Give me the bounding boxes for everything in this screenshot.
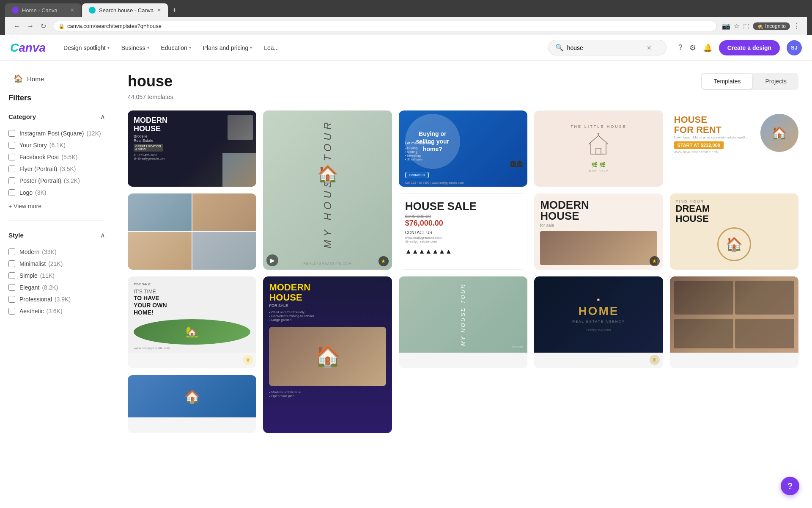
- filter-aesthetic-checkbox[interactable]: [8, 308, 15, 315]
- filter-instagram-post-label: Instagram Post (Square) (12K): [19, 130, 101, 137]
- incognito-badge: 🕵 Incognito: [753, 22, 790, 30]
- url-bar[interactable]: 🔒 canva.com/search/templates?q=house: [53, 21, 717, 31]
- template-card-modern-house[interactable]: MODERNHOUSE BrocelleReal Estate GREAT LO…: [128, 110, 256, 187]
- line1: IT'S TIME: [134, 289, 250, 295]
- view-more-button[interactable]: + View more: [8, 200, 105, 212]
- search-icon: 🔍: [555, 44, 564, 52]
- extension-icon[interactable]: ⬚: [743, 22, 749, 30]
- template-card-dream-house[interactable]: FIND YOUR DREAMHOUSE 🏠: [670, 193, 798, 270]
- template-card-collage[interactable]: [128, 193, 256, 270]
- filter-poster-portrait[interactable]: Poster (Portrait) (3.2K): [8, 175, 105, 187]
- template-grid: MODERNHOUSE BrocelleReal Estate GREAT LO…: [128, 110, 798, 433]
- filter-professional-checkbox[interactable]: [8, 296, 15, 303]
- incognito-label: Incognito: [765, 23, 786, 29]
- filter-your-story-checkbox[interactable]: [8, 142, 15, 149]
- template-card-interior-modern[interactable]: [670, 276, 798, 368]
- template-card-little-house[interactable]: THE LITTLE HOUSE 🌿 🌿 EST. 1947: [534, 110, 663, 187]
- premium-badge: ♛: [650, 355, 660, 365]
- website: realtygroup.com: [587, 328, 611, 331]
- search-clear-icon[interactable]: ✕: [647, 44, 652, 51]
- template-card-house-for-rent[interactable]: HOUSEFOR RENT Lorem ipsum dolor sit amet…: [670, 110, 798, 187]
- style-toggle-icon[interactable]: ∧: [100, 231, 105, 239]
- filter-facebook-post-checkbox[interactable]: [8, 154, 15, 160]
- nav-learn-label: Lea...: [264, 44, 279, 51]
- sidebar: 🏠 Home Filters Category ∧ Instagram Post…: [0, 61, 114, 508]
- nav-education[interactable]: Education ▾: [156, 41, 196, 55]
- card-image-2: [222, 153, 256, 187]
- card-bg: MODERNHOUSE for sale: [534, 193, 663, 270]
- settings-icon[interactable]: ⚙: [689, 43, 696, 52]
- triangle-decoration: ▲▲▲▲▲▲▲: [405, 248, 521, 255]
- filter-poster-portrait-checkbox[interactable]: [8, 177, 15, 184]
- template-card-home-dark[interactable]: 🏠 HOME REAL ESTATE AGENCY realtygroup.co…: [534, 276, 663, 368]
- reload-button[interactable]: ↻: [39, 20, 48, 32]
- browser-nav: ← → ↻: [12, 20, 48, 32]
- avatar[interactable]: SJ: [787, 40, 802, 55]
- toggle-templates-button[interactable]: Templates: [702, 74, 753, 89]
- template-card-house-sale[interactable]: HOUSE SALE $100,000.00 $76,000.00 CONTAC…: [399, 193, 527, 270]
- filter-simple[interactable]: Simple (11K): [8, 270, 105, 282]
- canva-logo[interactable]: Canva: [10, 41, 46, 55]
- for-sale-label: FOR SALE: [134, 282, 250, 286]
- filter-minimalist[interactable]: Minimalist (21K): [8, 258, 105, 270]
- lock-icon: 🔒: [58, 23, 65, 29]
- filter-instagram-post-checkbox[interactable]: [8, 130, 15, 137]
- website-label: REALLYGREATSITE.COM: [303, 262, 352, 265]
- template-card-buying[interactable]: Buying orselling yourhome? Let me help y…: [399, 110, 527, 187]
- nav-design-spotlight[interactable]: Design spotlight ▾: [58, 41, 115, 55]
- nav-plans-pricing[interactable]: Plans and pricing ▾: [198, 41, 257, 55]
- search-input[interactable]: [567, 44, 643, 51]
- premium-badge: ★: [650, 256, 660, 266]
- sidebar-home[interactable]: 🏠 Home: [8, 71, 105, 87]
- category-toggle-icon[interactable]: ∧: [100, 113, 105, 121]
- filter-instagram-post[interactable]: Instagram Post (Square) (12K): [8, 127, 105, 139]
- template-card-modern-house-2[interactable]: MODERNHOUSE for sale ★: [534, 193, 663, 270]
- create-design-button[interactable]: Create a design: [719, 40, 780, 55]
- search-bar[interactable]: 🔍 ✕: [548, 40, 667, 55]
- forward-button[interactable]: →: [25, 21, 36, 32]
- filter-modern-checkbox[interactable]: [8, 248, 15, 255]
- filter-professional[interactable]: Professional (3.9K): [8, 293, 105, 305]
- template-card-its-time[interactable]: FOR SALE IT'S TIME TO HAVEYOUR OWNHOME! …: [128, 276, 256, 368]
- filter-logo[interactable]: Logo (3K): [8, 187, 105, 199]
- chevron-down-icon: ▾: [107, 45, 110, 50]
- chevron-down-icon: ▾: [147, 45, 149, 50]
- tab-home[interactable]: Home - Canva ✕: [5, 3, 81, 17]
- tab-home-close[interactable]: ✕: [70, 7, 74, 13]
- template-card-blue-partial[interactable]: 🏠: [128, 375, 256, 433]
- new-tab-button[interactable]: +: [169, 4, 180, 17]
- year-label: EST. 1947: [571, 169, 627, 173]
- filter-aesthetic[interactable]: Aesthetic (3.6K): [8, 305, 105, 317]
- filter-aesthetic-label: Aesthetic (3.6K): [19, 308, 63, 315]
- filter-flyer-portrait-checkbox[interactable]: [8, 166, 15, 172]
- collage-grid: [128, 193, 256, 270]
- bell-icon[interactable]: 🔔: [703, 43, 712, 52]
- nav-design-spotlight-label: Design spotlight: [63, 44, 106, 51]
- card-title: MODERNHOUSE: [540, 199, 657, 221]
- filter-modern[interactable]: Modern (33K): [8, 246, 105, 258]
- toggle-projects-button[interactable]: Projects: [753, 73, 798, 90]
- filter-facebook-post[interactable]: Facebook Post (5.5K): [8, 151, 105, 163]
- filter-logo-checkbox[interactable]: [8, 189, 15, 196]
- tab-search-close[interactable]: ✕: [157, 7, 161, 13]
- nav-business[interactable]: Business ▾: [116, 41, 154, 55]
- filter-elegant-checkbox[interactable]: [8, 284, 15, 291]
- filter-flyer-portrait[interactable]: Flyer (Portrait) (3.5K): [8, 163, 105, 175]
- template-card-modern-sale[interactable]: MODERNHOUSE FOR SALE • Child and Pet Fri…: [263, 276, 392, 433]
- template-card-tour-2[interactable]: MY HOUSE TOUR for sale: [399, 276, 527, 368]
- star-icon[interactable]: ☆: [734, 22, 740, 30]
- filter-simple-checkbox[interactable]: [8, 272, 15, 279]
- menu-icon[interactable]: ⋮: [793, 22, 800, 30]
- filter-elegant[interactable]: Elegant (8.2K): [8, 282, 105, 293]
- filter-minimalist-checkbox[interactable]: [8, 260, 15, 267]
- filter-your-story[interactable]: Your Story (6.1K): [8, 139, 105, 151]
- back-button[interactable]: ←: [12, 21, 22, 32]
- help-button[interactable]: ?: [781, 477, 799, 495]
- divider: [8, 221, 105, 221]
- help-icon[interactable]: ?: [678, 43, 683, 52]
- nav-learn[interactable]: Lea...: [259, 41, 284, 55]
- template-card-house-tour[interactable]: MY HOUSE TOUR 🏠 REALLYGREATSITE.COM ▶ ★: [263, 110, 392, 270]
- tab-search[interactable]: Search house - Canva ✕: [82, 3, 168, 17]
- style-section: Style ∧ Modern (33K) Minimalist (21K) Si…: [8, 228, 105, 317]
- interior-grid: [674, 281, 794, 315]
